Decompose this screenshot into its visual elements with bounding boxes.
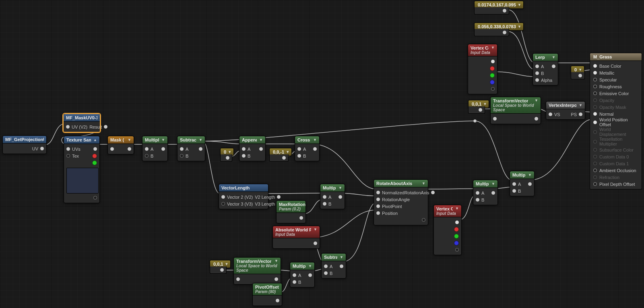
input-pin-b[interactable] <box>242 154 246 158</box>
node-mask-rg[interactable]: Mask ( R G )▼ <box>107 136 134 154</box>
output-pin[interactable] <box>479 108 482 112</box>
input-pin-uvs[interactable] <box>66 147 70 151</box>
input-pin-a[interactable] <box>512 182 516 186</box>
output-pin[interactable] <box>339 195 342 199</box>
node-vertex-color-1[interactable]: Vertex Color▼ Input Data <box>433 205 462 255</box>
output-pin-a[interactable] <box>491 87 495 91</box>
output-pin-g[interactable] <box>92 160 97 165</box>
output-pin-ps[interactable] <box>579 112 582 116</box>
input-pin-b[interactable] <box>535 71 539 75</box>
material-input-pin[interactable] <box>593 112 597 116</box>
output-pin[interactable] <box>275 277 278 281</box>
node-rotate-about-axis[interactable]: RotateAboutAxis▼ NormalizedRotationAxis … <box>374 179 428 225</box>
output-pin[interactable] <box>535 117 538 121</box>
input-pin-b[interactable] <box>180 154 184 158</box>
material-pin-base-color[interactable]: Base Color <box>593 62 638 69</box>
input-pin[interactable] <box>110 147 114 151</box>
node-vertex-color-2[interactable]: Vertex Color▼ Input Data <box>468 44 497 94</box>
output-pin-g[interactable] <box>454 234 459 239</box>
input-pin-alpha[interactable] <box>535 78 539 82</box>
material-pin-metallic[interactable]: Metallic <box>593 69 638 76</box>
input-pin[interactable] <box>493 117 497 121</box>
node-multiply-b[interactable]: Multiply▼ A B <box>290 262 315 287</box>
output-pin[interactable] <box>308 273 312 277</box>
input-pin-axis[interactable] <box>376 191 380 194</box>
input-pin-b[interactable] <box>324 271 328 275</box>
material-input-pin[interactable] <box>593 182 597 186</box>
output-pin-r[interactable] <box>490 66 495 71</box>
node-subtract-2[interactable]: Subtract▼ A B <box>321 253 346 279</box>
output-pin-v2[interactable] <box>277 195 281 199</box>
material-pin-world-position-offset[interactable]: World Position Offset <box>593 117 638 127</box>
output-pin[interactable] <box>128 147 131 151</box>
output-pin[interactable] <box>431 191 435 194</box>
output-pin-r[interactable] <box>92 154 97 158</box>
input-pin-a[interactable] <box>180 147 184 151</box>
input-pin-v3[interactable] <box>221 202 225 206</box>
output-pin[interactable] <box>314 241 317 245</box>
material-input-pin[interactable] <box>593 169 597 172</box>
input-pin-a[interactable] <box>145 147 149 151</box>
input-pin[interactable] <box>66 125 70 129</box>
material-pin-normal[interactable]: Normal <box>593 110 638 117</box>
material-pin-specular[interactable]: Specular <box>593 76 638 83</box>
input-pin-pos[interactable] <box>376 211 380 215</box>
output-pin[interactable] <box>491 191 495 195</box>
input-pin-vs[interactable] <box>549 112 552 116</box>
input-pin-pivot[interactable] <box>376 204 380 208</box>
node-multiply-d[interactable]: Multiply▼ A B <box>510 171 535 196</box>
output-pin-white[interactable] <box>491 60 495 63</box>
output-pin[interactable] <box>313 147 317 151</box>
material-pin-roughness[interactable]: Roughness <box>593 83 638 90</box>
node-mask-uv[interactable]: MF_MaskUV0-1 UV (V2) Result <box>63 114 100 132</box>
input-pin-a[interactable] <box>293 273 296 277</box>
node-vertex-interpolator[interactable]: VertexInterpolator▼ VS PS <box>546 101 585 120</box>
input-pin-b[interactable] <box>145 154 149 158</box>
output-pin[interactable] <box>259 147 263 151</box>
material-input-pin[interactable] <box>593 121 597 124</box>
output-pin-g[interactable] <box>490 73 495 78</box>
node-vector-length[interactable]: VectorLength Vector 2 (V2) V2 Length Vec… <box>219 184 268 209</box>
output-pin[interactable] <box>276 299 279 302</box>
output-pin-rgb[interactable] <box>93 147 97 151</box>
output-pin-white[interactable] <box>455 221 459 224</box>
node-multiply-2[interactable]: Multiply(,2)▼ A B <box>142 136 168 161</box>
node-pivot-offset[interactable]: PivotOffset Param (80) <box>252 283 282 306</box>
output-pin[interactable] <box>199 147 202 151</box>
output-pin-a[interactable] <box>93 196 97 200</box>
output-pin[interactable] <box>340 264 343 268</box>
input-pin-a[interactable] <box>476 191 479 195</box>
output-pin[interactable] <box>40 147 44 150</box>
material-output[interactable]: M_Grass Base ColorMetallicSpecularRoughn… <box>590 53 642 189</box>
input-pin-angle[interactable] <box>376 198 380 201</box>
output-pin[interactable] <box>282 156 286 160</box>
input-pin-b[interactable] <box>476 198 479 202</box>
material-input-pin[interactable] <box>593 71 597 75</box>
output-pin[interactable] <box>104 125 107 129</box>
node-get-projection-uvs[interactable]: MF_GetProjectionUVs UV <box>2 135 47 154</box>
node-texture-sample[interactable]: Texture Sample▲ UVs Tex <box>64 136 100 203</box>
material-pin-emissive-color[interactable]: Emissive Color <box>593 90 638 97</box>
output-pin[interactable] <box>220 268 224 272</box>
input-pin-v2[interactable] <box>221 195 225 199</box>
node-cross[interactable]: Cross▼ A B <box>295 136 320 161</box>
input-pin-a[interactable] <box>323 195 326 199</box>
output-pin-extra[interactable] <box>422 218 425 222</box>
input-pin-b[interactable] <box>297 154 301 158</box>
output-pin[interactable] <box>299 216 303 220</box>
material-input-pin[interactable] <box>593 78 597 81</box>
input-pin-b[interactable] <box>323 202 326 206</box>
material-input-pin[interactable] <box>593 64 597 68</box>
output-pin-b[interactable] <box>454 241 459 246</box>
material-input-pin[interactable] <box>593 85 597 88</box>
output-pin[interactable] <box>578 74 582 77</box>
output-pin[interactable] <box>528 182 532 186</box>
material-pin-ambient-occlusion[interactable]: Ambient Occlusion <box>593 167 638 174</box>
material-pin-pixel-depth-offset[interactable]: Pixel Depth Offset <box>593 181 638 187</box>
output-pin[interactable] <box>503 31 506 34</box>
output-pin-a[interactable] <box>455 248 459 252</box>
input-pin[interactable] <box>236 277 240 281</box>
output-pin[interactable] <box>552 65 555 68</box>
output-pin[interactable] <box>226 156 229 160</box>
output-pin-r[interactable] <box>454 227 459 232</box>
